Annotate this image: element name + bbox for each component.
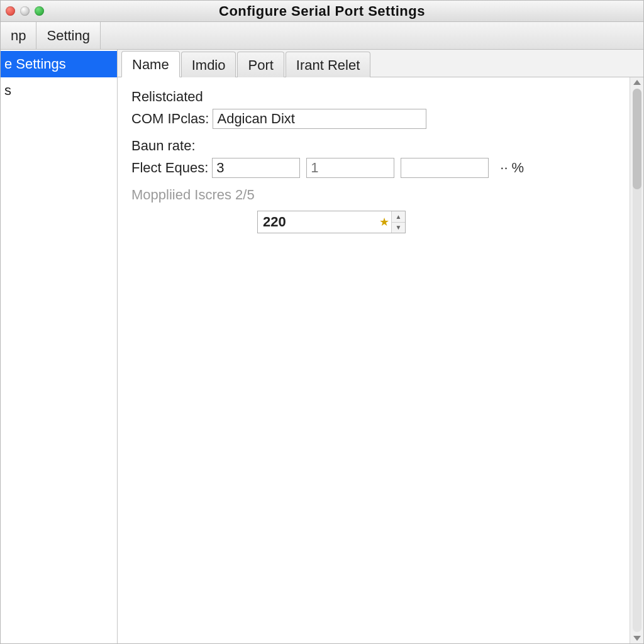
- tab-port[interactable]: Port: [237, 52, 284, 77]
- toolbar-item-np[interactable]: np: [1, 22, 36, 49]
- toolbar-item-setting[interactable]: Setting: [36, 22, 101, 49]
- tabstrip: Name Imdio Port Irant Relet: [118, 50, 643, 77]
- body: e Settings s Name Imdio Port Irant Relet…: [1, 50, 643, 643]
- configure-serial-port-window: Configure Serial Port Settings np Settin…: [0, 0, 644, 644]
- sidebar-item-settings[interactable]: e Settings: [1, 51, 117, 77]
- flect-input-2[interactable]: [306, 158, 394, 178]
- scroll-up-icon[interactable]: [633, 80, 641, 85]
- sidebar: e Settings s: [1, 50, 118, 643]
- percent-suffix: ·· %: [500, 160, 524, 176]
- tab-content: Relistciated COM IPclas: Baun rate: Flec…: [118, 77, 630, 643]
- spinner-down-icon[interactable]: ▼: [392, 223, 405, 233]
- vertical-scrollbar[interactable]: [630, 77, 643, 643]
- tab-name[interactable]: Name: [121, 51, 180, 77]
- spinner-buttons: ▲ ▼: [391, 211, 405, 233]
- spinner-up-icon[interactable]: ▲: [392, 211, 405, 223]
- moppliied-spinner[interactable]: 220 ★ ▲ ▼: [257, 211, 406, 233]
- com-ipclas-input[interactable]: [213, 109, 426, 129]
- content-wrap: Relistciated COM IPclas: Baun rate: Flec…: [118, 77, 643, 643]
- baun-rate-label: Baun rate:: [131, 138, 196, 154]
- flect-eques-label: Flect Eques:: [131, 160, 208, 176]
- star-icon: ★: [377, 215, 391, 229]
- scroll-thumb[interactable]: [633, 89, 641, 189]
- flect-input-3[interactable]: [401, 158, 489, 178]
- scroll-down-icon[interactable]: [633, 636, 641, 641]
- flect-eques-group: ·· %: [212, 158, 524, 178]
- sidebar-item-label: s: [4, 82, 11, 98]
- titlebar: Configure Serial Port Settings: [1, 1, 643, 22]
- toolbar: np Setting: [1, 22, 643, 50]
- flect-input-1[interactable]: [212, 158, 300, 178]
- sidebar-item-label: e Settings: [4, 56, 66, 72]
- window-title: Configure Serial Port Settings: [1, 3, 643, 19]
- com-ipclas-label: COM IPclas:: [131, 111, 209, 127]
- sidebar-item-s[interactable]: s: [1, 77, 117, 104]
- tab-irant-relet[interactable]: Irant Relet: [286, 52, 371, 77]
- tab-imdio[interactable]: Imdio: [181, 52, 236, 77]
- moppliied-iscres-label: Moppliied Iscres 2/5: [131, 187, 255, 203]
- scroll-track[interactable]: [633, 89, 641, 632]
- main-panel: Name Imdio Port Irant Relet Relistciated…: [118, 50, 643, 643]
- relistciated-label: Relistciated: [131, 89, 203, 105]
- spinner-value: 220: [258, 211, 377, 233]
